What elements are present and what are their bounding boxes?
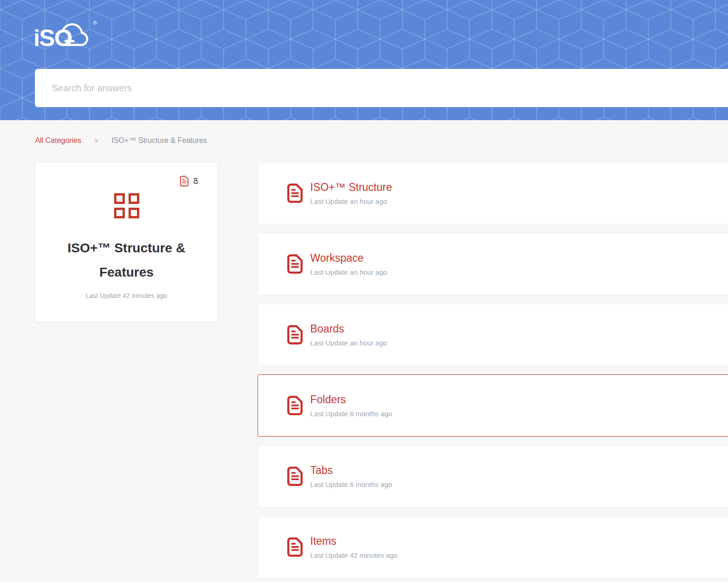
article-text: Workspace Last Update an hour ago — [303, 252, 387, 276]
category-card[interactable]: 8 ISO+™ Structure & Features Last Update… — [35, 162, 218, 322]
breadcrumb: All Categories > ISO+™ Structure & Featu… — [35, 136, 728, 145]
document-icon — [287, 467, 303, 486]
article-card[interactable]: ISO+™ Structure Last Update an hour ago — [258, 162, 728, 224]
search-input[interactable] — [35, 69, 728, 107]
main-content: All Categories > ISO+™ Structure & Featu… — [0, 120, 728, 578]
registered-mark: ® — [93, 20, 97, 26]
article-count-badge: 8 — [180, 176, 198, 187]
category-title: ISO+™ Structure & Features — [49, 236, 204, 284]
article-list: ISO+™ Structure Last Update an hour ago … — [258, 162, 728, 578]
article-card[interactable]: Workspace Last Update an hour ago — [258, 233, 728, 295]
document-icon — [180, 176, 189, 187]
article-text: ISO+™ Structure Last Update an hour ago — [303, 181, 392, 205]
article-title-link[interactable]: Folders — [310, 393, 392, 406]
document-icon — [287, 537, 303, 557]
grid-icon-square — [114, 193, 125, 204]
logo[interactable]: iSO + ® — [34, 11, 99, 58]
content-columns: 8 ISO+™ Structure & Features Last Update… — [35, 162, 728, 578]
article-title-link[interactable]: Workspace — [310, 252, 387, 264]
article-count: 8 — [193, 176, 198, 186]
grid-icon-square — [114, 208, 125, 218]
article-card[interactable]: Tabs Last Update 6 months ago — [258, 445, 728, 508]
article-text: Tabs Last Update 6 months ago — [303, 464, 392, 488]
article-last-update: Last Update 6 months ago — [310, 480, 392, 488]
article-title-link[interactable]: Items — [310, 535, 398, 548]
article-last-update: Last Update 42 minutes ago — [310, 551, 398, 559]
document-icon — [287, 325, 303, 345]
logo-graphic: iSO + ® — [34, 11, 99, 58]
header-banner: iSO + ® — [0, 0, 728, 120]
article-text: Folders Last Update 6 months ago — [303, 393, 392, 418]
logo-plus: + — [64, 30, 75, 52]
document-icon — [287, 183, 303, 203]
breadcrumb-current: ISO+™ Structure & Features — [111, 136, 207, 145]
grid-icon-square — [129, 193, 139, 204]
breadcrumb-all-categories[interactable]: All Categories — [35, 136, 82, 145]
category-last-update: Last Update 42 minutes ago — [35, 292, 218, 299]
article-title-link[interactable]: Tabs — [310, 464, 392, 477]
document-icon — [287, 396, 303, 415]
article-title-link[interactable]: Boards — [310, 323, 387, 335]
article-last-update: Last Update an hour ago — [310, 339, 387, 347]
breadcrumb-chevron-icon: > — [95, 136, 99, 144]
grid-icon-square — [129, 208, 139, 218]
article-card[interactable]: Items Last Update 42 minutes ago — [258, 516, 728, 578]
article-last-update: Last Update an hour ago — [310, 197, 392, 205]
article-title-link[interactable]: ISO+™ Structure — [310, 181, 392, 194]
article-card[interactable]: Folders Last Update 6 months ago — [258, 374, 728, 437]
article-last-update: Last Update an hour ago — [310, 268, 387, 276]
document-icon — [287, 254, 303, 274]
article-last-update: Last Update 6 months ago — [310, 410, 392, 418]
article-card[interactable]: Boards Last Update an hour ago — [258, 304, 728, 366]
article-text: Boards Last Update an hour ago — [303, 323, 387, 347]
article-text: Items Last Update 42 minutes ago — [303, 535, 398, 559]
grid-icon — [114, 193, 139, 218]
